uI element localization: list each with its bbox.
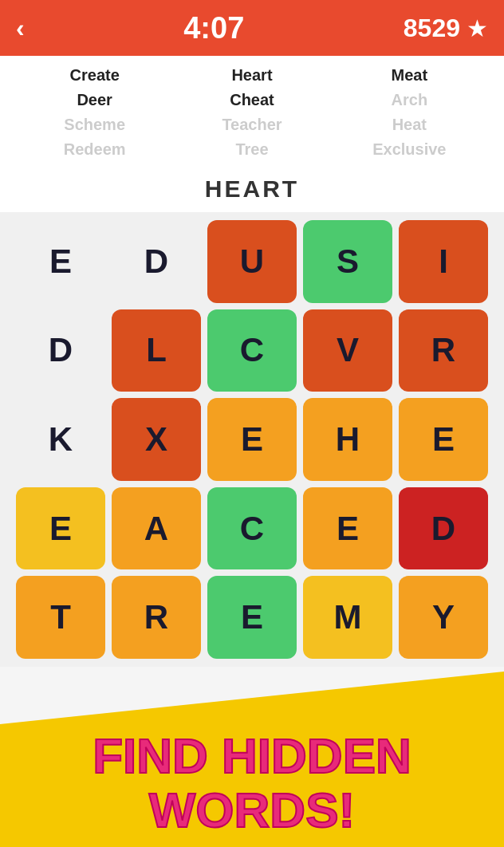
tile-e[interactable]: E: [303, 487, 392, 570]
word-item: Redeem: [16, 138, 173, 161]
tile-r[interactable]: R: [112, 576, 201, 659]
tile-s[interactable]: S: [303, 220, 392, 303]
tile-m[interactable]: M: [303, 576, 392, 659]
word-list: CreateHeartMeatDeerCheatArchSchemeTeache…: [0, 56, 504, 167]
tile-h[interactable]: H: [303, 398, 392, 481]
back-button[interactable]: ‹: [16, 14, 25, 43]
tile-a[interactable]: A: [112, 487, 201, 570]
current-word-area: HEART: [0, 167, 504, 212]
word-item: Deer: [16, 89, 173, 112]
word-item: Exclusive: [331, 138, 488, 161]
tile-d[interactable]: D: [112, 220, 201, 303]
tile-e[interactable]: E: [399, 398, 488, 481]
tile-e[interactable]: E: [16, 487, 105, 570]
word-item: Teacher: [173, 113, 330, 136]
tile-y[interactable]: Y: [399, 576, 488, 659]
tile-i[interactable]: I: [399, 220, 488, 303]
tile-grid: EDUSIDLCVRKXEHEEACEDTREMY: [16, 220, 488, 659]
tile-k[interactable]: K: [16, 398, 105, 481]
star-icon: ★: [467, 14, 488, 42]
timer-display: 4:07: [183, 11, 244, 45]
tile-u[interactable]: U: [207, 220, 297, 303]
tile-e[interactable]: E: [16, 220, 105, 303]
tile-r[interactable]: R: [399, 309, 488, 392]
word-item: Tree: [173, 138, 330, 161]
word-item: Meat: [331, 64, 488, 87]
tile-e[interactable]: E: [207, 576, 297, 659]
word-item: Create: [16, 64, 173, 87]
tile-t[interactable]: T: [16, 576, 105, 659]
tile-c[interactable]: C: [207, 487, 297, 570]
tile-v[interactable]: V: [303, 309, 392, 392]
word-item: Heart: [173, 64, 330, 87]
header: ‹ 4:07 8529 ★: [0, 0, 504, 56]
score-display: 8529: [404, 14, 460, 43]
tile-l[interactable]: L: [112, 309, 201, 392]
word-item: Arch: [331, 89, 488, 112]
word-item: Heat: [331, 113, 488, 136]
tile-e[interactable]: E: [207, 398, 297, 481]
score-area: 8529 ★: [404, 14, 488, 43]
bottom-banner: FIND HIDDENWORDS!: [0, 672, 504, 847]
game-board[interactable]: EDUSIDLCVRKXEHEEACEDTREMY: [0, 212, 504, 667]
word-item: Cheat: [173, 89, 330, 112]
banner-text: FIND HIDDENWORDS!: [93, 729, 411, 837]
tile-c[interactable]: C: [207, 309, 297, 392]
tile-d[interactable]: D: [399, 487, 488, 570]
tile-x[interactable]: X: [112, 398, 201, 481]
current-word-display: HEART: [205, 175, 299, 202]
word-item: Scheme: [16, 113, 173, 136]
tile-d[interactable]: D: [16, 309, 105, 392]
